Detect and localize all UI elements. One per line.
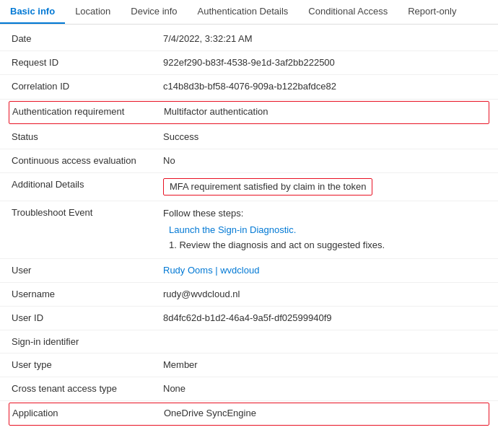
row-request-id: Request ID 922ef290-b83f-4538-9e1d-3af2b…	[0, 51, 498, 75]
value-cross-tenant: None	[163, 382, 486, 395]
value-user-id: 8d4fc62d-b1d2-46a4-9a5f-df02599940f9	[163, 312, 486, 325]
label-additional-details: Additional Details	[12, 178, 163, 190]
label-auth-req: Authentication requirement	[12, 105, 164, 117]
diagnostic-link[interactable]: Launch the Sign-in Diagnostic.	[169, 224, 296, 235]
label-username: Username	[12, 288, 163, 299]
tab-bar: Basic info Location Device info Authenti…	[0, 0, 498, 25]
tab-device-info[interactable]: Device info	[121, 0, 187, 24]
label-application: Application	[12, 407, 164, 418]
row-troubleshoot: Troubleshoot Event Follow these steps: L…	[0, 201, 498, 258]
row-user-type: User type Member	[0, 353, 498, 377]
value-user-type: Member	[163, 359, 486, 372]
value-application: OneDrive SyncEngine	[164, 407, 486, 420]
value-request-id: 922ef290-b83f-4538-9e1d-3af2bb222500	[163, 56, 486, 69]
value-status: Success	[163, 131, 486, 144]
tab-basic-info[interactable]: Basic info	[0, 0, 65, 24]
row-application: Application OneDrive SyncEngine	[9, 403, 489, 426]
row-username: Username rudy@wvdcloud.nl	[0, 283, 498, 307]
tab-conditional-access[interactable]: Conditional Access	[298, 0, 398, 24]
row-cont-access: Continuous access evaluation No	[0, 149, 498, 173]
review-step-text: 1. Review the diagnosis and act on sugge…	[169, 238, 486, 253]
content-area: Date 7/4/2022, 3:32:21 AM Request ID 922…	[0, 25, 498, 430]
follow-steps-text: Follow these steps:	[163, 206, 486, 221]
highlighted-additional-details: MFA requirement satisfied by claim in th…	[163, 178, 372, 196]
label-status: Status	[12, 131, 163, 142]
label-cont-access: Continuous access evaluation	[12, 154, 163, 166]
label-user: User	[12, 264, 163, 276]
value-additional-details: MFA requirement satisfied by claim in th…	[163, 178, 486, 196]
row-user-id: User ID 8d4fc62d-b1d2-46a4-9a5f-df025999…	[0, 307, 498, 330]
value-cont-access: No	[163, 154, 486, 167]
value-date: 7/4/2022, 3:32:21 AM	[163, 32, 486, 45]
row-user: User Rudy Ooms | wvdcloud	[0, 259, 498, 283]
row-status: Status Success	[0, 126, 498, 149]
label-user-type: User type	[12, 359, 163, 370]
label-cross-tenant: Cross tenant access type	[12, 382, 163, 394]
row-auth-req: Authentication requirement Multifactor a…	[9, 101, 489, 124]
value-troubleshoot: Follow these steps: Launch the Sign-in D…	[163, 206, 486, 252]
label-sign-in-id: Sign-in identifier	[12, 335, 163, 347]
value-auth-req: Multifactor authentication	[164, 105, 486, 118]
label-user-id: User ID	[12, 312, 163, 323]
value-correlation-id: c14b8d3b-bf58-4076-909a-b122bafdce82	[163, 80, 486, 93]
tab-auth-details[interactable]: Authentication Details	[188, 0, 299, 24]
row-date: Date 7/4/2022, 3:32:21 AM	[0, 27, 498, 51]
label-troubleshoot: Troubleshoot Event	[12, 206, 163, 218]
tab-location[interactable]: Location	[65, 0, 121, 24]
tab-report-only[interactable]: Report-only	[398, 0, 466, 24]
value-user[interactable]: Rudy Ooms | wvdcloud	[163, 264, 486, 277]
diagnostic-line: Launch the Sign-in Diagnostic.	[163, 223, 486, 238]
label-date: Date	[12, 32, 163, 44]
row-correlation-id: Correlation ID c14b8d3b-bf58-4076-909a-b…	[0, 75, 498, 99]
row-additional-details: Additional Details MFA requirement satis…	[0, 173, 498, 201]
label-request-id: Request ID	[12, 56, 163, 68]
value-username: rudy@wvdcloud.nl	[163, 288, 486, 301]
row-sign-in-id: Sign-in identifier	[0, 330, 498, 353]
row-cross-tenant: Cross tenant access type None	[0, 377, 498, 401]
label-correlation-id: Correlation ID	[12, 80, 163, 92]
